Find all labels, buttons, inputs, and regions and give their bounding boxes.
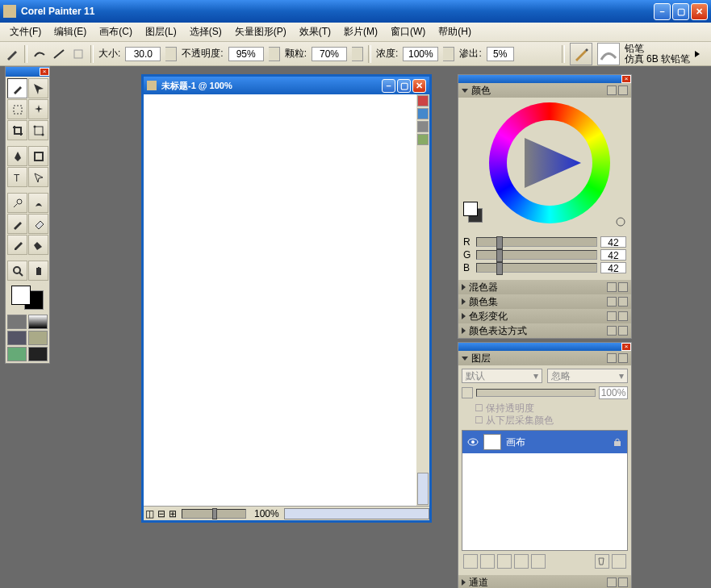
opacity-spinner[interactable] [269, 47, 280, 61]
preserve-transparency-check[interactable]: ☐ 保持透明度 [475, 402, 628, 415]
nozzle-selector[interactable] [28, 347, 48, 361]
menu-movie[interactable]: 影片(M) [337, 23, 384, 41]
collapse-icon[interactable] [462, 313, 466, 319]
pick-underlying-check[interactable]: ☐ 从下层采集颜色 [475, 415, 628, 427]
layer-command-icon[interactable] [463, 554, 478, 569]
menu-edit[interactable]: 编辑(E) [48, 23, 93, 41]
colorvar-panel-header[interactable]: 色彩变化 [458, 309, 631, 323]
colorset-panel-header[interactable]: 颜色集 [458, 294, 631, 309]
menu-canvas[interactable]: 画布(C) [93, 23, 139, 41]
g-slider[interactable] [476, 250, 597, 260]
zoom-out-icon[interactable]: ⊟ [156, 508, 167, 519]
menu-help[interactable]: 帮助(H) [432, 23, 478, 41]
close-button[interactable]: ✕ [691, 3, 708, 20]
panel-options-icon[interactable] [607, 282, 617, 292]
panel-menu-icon[interactable] [618, 85, 628, 95]
drawer-grid-icon[interactable] [417, 108, 429, 119]
close-icon[interactable]: × [621, 75, 631, 83]
grain-spinner[interactable] [352, 47, 363, 61]
doc-minimize-button[interactable]: – [382, 79, 395, 93]
color-panel-header[interactable]: 颜色 [458, 83, 631, 98]
resat-input[interactable] [403, 47, 438, 61]
zoom-slider[interactable] [182, 509, 246, 519]
panel-options-icon[interactable] [607, 85, 617, 95]
menu-layers[interactable]: 图层(L) [139, 23, 183, 41]
size-spinner[interactable] [165, 47, 177, 61]
brush-edit-tool[interactable] [7, 214, 27, 234]
new-mask-icon[interactable] [514, 554, 529, 569]
foreground-color-swatch[interactable] [11, 286, 31, 305]
panel-menu-icon[interactable] [618, 353, 628, 363]
panel-menu-icon[interactable] [618, 311, 628, 321]
panel-options-icon[interactable] [607, 578, 617, 587]
clone-color-icon[interactable] [615, 216, 626, 227]
collapse-icon[interactable] [462, 579, 466, 586]
lock-icon[interactable] [613, 437, 622, 447]
vertical-scrollbar[interactable] [417, 473, 429, 505]
layer-opacity-slider[interactable] [476, 389, 596, 397]
bucket-tool[interactable] [28, 235, 48, 255]
r-value[interactable]: 42 [600, 236, 626, 248]
colorexp-panel-header[interactable]: 颜色表达方式 [458, 323, 631, 338]
dodge-tool[interactable] [7, 193, 27, 213]
layer-type-icon[interactable] [462, 387, 473, 398]
layer-list[interactable]: 画布 [462, 430, 628, 551]
maximize-button[interactable]: ▢ [672, 3, 689, 20]
selection-adjust-tool[interactable] [28, 120, 48, 140]
doc-maximize-button[interactable]: ▢ [397, 79, 411, 93]
new-layer-icon[interactable] [497, 554, 512, 569]
drawer-scale-icon[interactable] [417, 134, 429, 145]
zoom-in-icon[interactable]: ⊞ [167, 508, 178, 519]
menu-shapes[interactable]: 矢量图形(P) [228, 23, 293, 41]
layers-panel-titlebar[interactable]: × [458, 343, 631, 351]
magnify-tool[interactable] [7, 261, 27, 281]
blend-mode-select[interactable]: 默认▾ [462, 369, 542, 383]
burn-tool[interactable] [28, 193, 48, 213]
toolbox-titlebar[interactable]: × [6, 67, 49, 77]
drawer-impasto-icon[interactable] [417, 121, 429, 132]
menu-effects[interactable]: 效果(T) [293, 23, 337, 41]
panel-menu-icon[interactable] [618, 297, 628, 307]
color-panel-titlebar[interactable]: × [458, 75, 631, 83]
opacity-input[interactable] [228, 47, 264, 61]
layers-panel-header[interactable]: 图层 [458, 351, 631, 365]
panel-options-icon[interactable] [607, 326, 617, 336]
eraser-tool[interactable] [28, 214, 48, 234]
size-input[interactable] [125, 47, 161, 61]
panel-options-icon[interactable] [607, 311, 617, 321]
collapse-icon[interactable] [462, 357, 468, 361]
hand-tool[interactable] [28, 261, 48, 281]
close-icon[interactable]: × [621, 343, 631, 351]
align-path-icon[interactable] [71, 47, 86, 61]
pen-tool[interactable] [7, 146, 27, 166]
collapse-icon[interactable] [462, 327, 466, 334]
g-value[interactable]: 42 [600, 249, 626, 261]
nav-icon[interactable]: ◫ [144, 508, 156, 519]
weave-selector[interactable] [28, 331, 48, 345]
r-slider[interactable] [476, 237, 597, 247]
minimize-button[interactable]: – [654, 3, 671, 20]
shape-tool[interactable] [28, 146, 48, 166]
bleed-input[interactable] [487, 47, 514, 61]
collapse-icon[interactable] [462, 298, 466, 305]
new-group-icon[interactable] [531, 554, 546, 569]
crop-tool[interactable] [7, 120, 27, 140]
brush-category-selector[interactable] [570, 43, 592, 65]
doc-close-button[interactable]: ✕ [412, 79, 426, 93]
gradient-selector[interactable] [28, 315, 48, 329]
panel-menu-icon[interactable] [618, 578, 628, 587]
move-tool[interactable] [28, 78, 48, 98]
rect-select-tool[interactable] [7, 99, 27, 119]
panel-options-icon[interactable] [607, 353, 617, 363]
brush-flyout-icon[interactable] [695, 51, 700, 57]
document-titlebar[interactable]: 未标题-1 @ 100% – ▢ ✕ [144, 77, 429, 94]
eyedropper-tool[interactable] [7, 235, 27, 255]
menu-file[interactable]: 文件(F) [3, 23, 48, 41]
panel-menu-icon[interactable] [618, 282, 628, 292]
color-wheel[interactable] [489, 102, 610, 231]
panel-options-icon[interactable] [607, 297, 617, 307]
b-value[interactable]: 42 [600, 262, 626, 273]
drawer-tracing-icon[interactable] [417, 95, 429, 106]
panel-menu-icon[interactable] [618, 326, 628, 336]
collapse-icon[interactable] [462, 89, 468, 93]
